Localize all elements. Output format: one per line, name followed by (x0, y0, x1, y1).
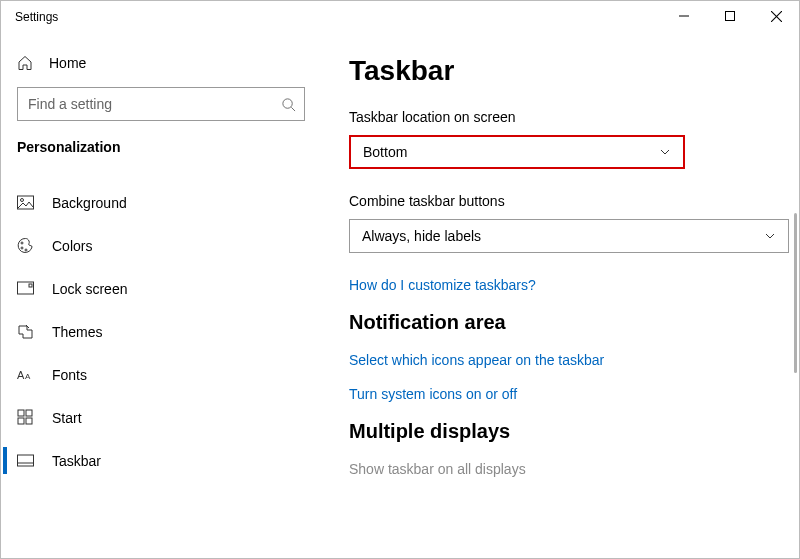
page-title: Taskbar (349, 55, 799, 87)
multi-heading: Multiple displays (349, 420, 799, 443)
svg-rect-12 (29, 284, 32, 287)
palette-icon (17, 237, 34, 254)
location-value: Bottom (363, 144, 407, 160)
svg-point-7 (21, 199, 24, 202)
sidebar-item-taskbar[interactable]: Taskbar (3, 439, 319, 482)
window-title: Settings (15, 10, 58, 24)
home-nav[interactable]: Home (3, 43, 319, 83)
sidebar-item-label: Lock screen (52, 281, 127, 297)
sidebar-item-lockscreen[interactable]: Lock screen (3, 267, 319, 310)
combine-select[interactable]: Always, hide labels (349, 219, 789, 253)
sidebar: Home Find a setting Personalization Back… (1, 33, 321, 558)
sidebar-item-label: Fonts (52, 367, 87, 383)
search-placeholder: Find a setting (28, 96, 112, 112)
link-customize[interactable]: How do I customize taskbars? (349, 277, 799, 293)
svg-text:A: A (25, 372, 31, 381)
sidebar-item-colors[interactable]: Colors (3, 224, 319, 267)
svg-text:A: A (17, 369, 25, 381)
svg-rect-16 (26, 410, 32, 416)
sidebar-item-label: Start (52, 410, 82, 426)
window-controls (661, 1, 799, 31)
scrollbar[interactable] (794, 213, 797, 373)
themes-icon (17, 323, 34, 340)
content-area: Taskbar Taskbar location on screen Botto… (321, 33, 799, 558)
svg-point-9 (21, 247, 23, 249)
svg-rect-1 (726, 12, 735, 21)
picture-icon (17, 194, 34, 211)
svg-point-10 (25, 249, 27, 251)
close-icon (771, 11, 782, 22)
sidebar-item-label: Background (52, 195, 127, 211)
svg-rect-15 (18, 410, 24, 416)
svg-rect-19 (18, 455, 34, 466)
multi-sub: Show taskbar on all displays (349, 461, 799, 477)
combine-value: Always, hide labels (362, 228, 481, 244)
lockscreen-icon (17, 280, 34, 297)
sidebar-item-fonts[interactable]: AA Fonts (3, 353, 319, 396)
link-select-icons[interactable]: Select which icons appear on the taskbar (349, 352, 799, 368)
start-icon (17, 409, 34, 426)
taskbar-icon (17, 452, 34, 469)
sidebar-item-label: Themes (52, 324, 103, 340)
maximize-button[interactable] (707, 1, 753, 31)
svg-rect-18 (26, 418, 32, 424)
maximize-icon (725, 11, 735, 21)
sidebar-item-background[interactable]: Background (3, 181, 319, 224)
fonts-icon: AA (17, 366, 34, 383)
minimize-button[interactable] (661, 1, 707, 31)
notification-heading: Notification area (349, 311, 799, 334)
home-icon (17, 55, 33, 71)
svg-point-8 (21, 242, 23, 244)
sidebar-item-label: Taskbar (52, 453, 101, 469)
svg-rect-6 (18, 196, 34, 209)
sidebar-item-themes[interactable]: Themes (3, 310, 319, 353)
svg-point-4 (283, 98, 292, 107)
location-select[interactable]: Bottom (349, 135, 685, 169)
minimize-icon (679, 11, 689, 21)
home-label: Home (49, 55, 86, 71)
section-title: Personalization (3, 133, 319, 167)
search-input[interactable]: Find a setting (17, 87, 305, 121)
close-button[interactable] (753, 1, 799, 31)
sidebar-item-start[interactable]: Start (3, 396, 319, 439)
svg-line-5 (291, 107, 295, 111)
sidebar-item-label: Colors (52, 238, 92, 254)
search-icon (281, 97, 296, 112)
svg-rect-17 (18, 418, 24, 424)
chevron-down-icon (659, 146, 671, 158)
chevron-down-icon (764, 230, 776, 242)
location-label: Taskbar location on screen (349, 109, 799, 125)
link-system-icons[interactable]: Turn system icons on or off (349, 386, 799, 402)
combine-label: Combine taskbar buttons (349, 193, 799, 209)
